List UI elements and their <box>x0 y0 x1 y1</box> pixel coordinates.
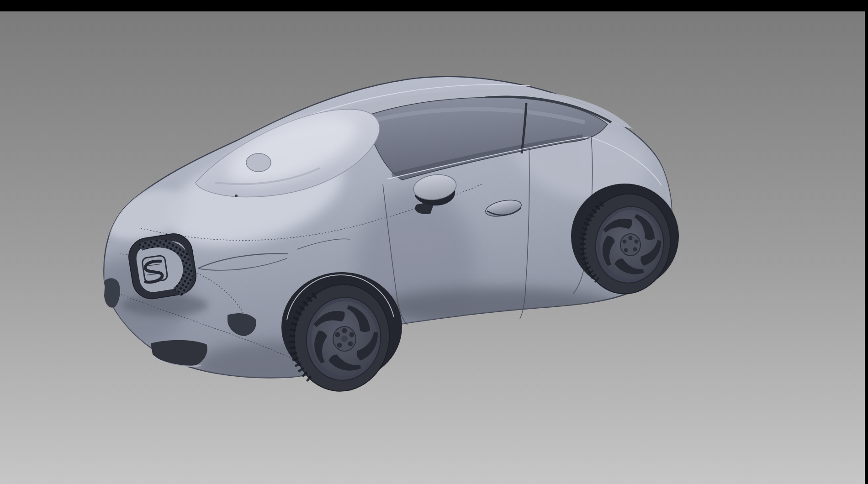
wiper-pivot-dot <box>235 195 238 197</box>
roof-sensor-dome <box>246 153 271 172</box>
front-center-cap <box>341 336 348 342</box>
cad-canvas <box>0 0 868 484</box>
top-letterbox-bar <box>0 0 868 11</box>
screen <box>0 0 868 484</box>
seat-logo <box>142 255 168 283</box>
right-letterbox-bar <box>865 11 868 484</box>
